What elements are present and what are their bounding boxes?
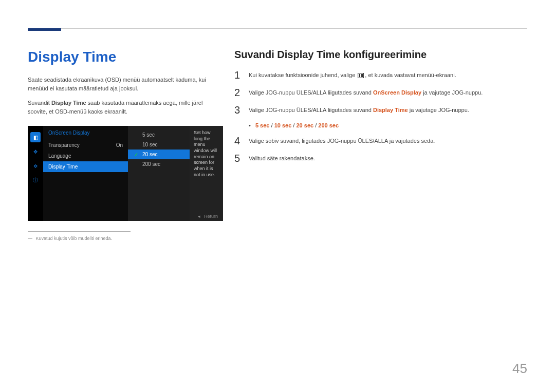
- osd-option-label: 10 sec: [142, 142, 157, 147]
- step-text: Kui kuvatakse funktsioonide juhend, vali…: [249, 70, 456, 80]
- osd-row-value: On: [116, 142, 123, 148]
- page-title: Display Time: [28, 49, 223, 65]
- osd-return-label: Return: [204, 214, 218, 219]
- info-icon: ⓘ: [30, 175, 41, 185]
- step-4: 4 Valige sobiv suvand, liigutades JOG-nu…: [234, 136, 522, 146]
- step-text: Valige sobiv suvand, liigutades JOG-nupp…: [249, 136, 435, 145]
- step-1-post: et kuvada vastavat menüü-ekraani.: [368, 72, 456, 78]
- left-column: Display Time Saate seadistada ekraanikuv…: [28, 49, 223, 241]
- osd-row-label: Language: [48, 153, 71, 159]
- top-divider: [28, 28, 527, 29]
- osd-menu-panel: OnScreen Display Transparency On Languag…: [43, 126, 128, 221]
- step-3-pre: Valige JOG-nuppu ÜLES/ALLA liigutades su…: [249, 107, 373, 113]
- osd-screenshot: ◧ ✥ ✲ ⓘ OnScreen Display Transparency On…: [28, 126, 223, 221]
- opt-5: 5 sec: [255, 122, 270, 128]
- osd-option-10sec: 10 sec: [128, 140, 190, 150]
- step-text: Valitud säte rakendatakse.: [249, 153, 315, 163]
- step-number: 1: [234, 70, 242, 80]
- osd-options-panel: 5 sec 10 sec ✓20 sec 200 sec: [128, 126, 190, 221]
- intro-paragraph-2: Suvandit Display Time saab kasutada määr…: [28, 99, 223, 116]
- gear-icon: ✲: [30, 161, 41, 171]
- osd-icon-rail: ◧ ✥ ✲ ⓘ: [28, 126, 43, 221]
- osd-option-20sec: ✓20 sec: [128, 150, 190, 159]
- step-text: Valige JOG-nuppu ÜLES/ALLA liigutades su…: [249, 105, 469, 115]
- step-number: 3: [234, 105, 242, 115]
- right-column: Suvandi Display Time konfigureerimine 1 …: [234, 49, 522, 171]
- opt-200: 200 sec: [318, 122, 339, 128]
- osd-row-label: Display Time: [48, 164, 78, 170]
- step-number: 4: [234, 136, 242, 146]
- footnote-text: Kuvatud kujutis võib mudeliti erineda.: [36, 236, 113, 241]
- osd-footer: ◂ Return: [198, 214, 218, 219]
- step-2-accent: OnScreen Display: [373, 89, 421, 96]
- intro-paragraph-1: Saate seadistada ekraanikuva (OSD) menüü…: [28, 76, 223, 92]
- step-3-accent: Display Time: [373, 107, 408, 113]
- footnote: ― Kuvatud kujutis võib mudeliti erineda.: [28, 236, 223, 241]
- intro-2-pre: Suvandit: [28, 100, 51, 106]
- osd-option-200sec: 200 sec: [128, 159, 190, 169]
- footnote-divider: [28, 231, 131, 232]
- step-text: Valige JOG-nuppu ÜLES/ALLA liigutades su…: [249, 87, 483, 97]
- steps-list: 1 Kui kuvatakse funktsioonide juhend, va…: [234, 70, 522, 115]
- osd-row-label: Transparency: [48, 142, 80, 148]
- footnote-dash-icon: ―: [28, 236, 32, 241]
- osd-option-label: 5 sec: [142, 132, 155, 138]
- monitor-icon: ◧: [30, 132, 41, 142]
- return-arrow-icon: ◂: [198, 214, 200, 219]
- top-accent-bar: [28, 28, 61, 31]
- step-2: 2 Valige JOG-nuppu ÜLES/ALLA liigutades …: [234, 87, 522, 98]
- menu-icon: [358, 73, 364, 78]
- osd-option-5sec: 5 sec: [128, 130, 190, 140]
- step-2-pre: Valige JOG-nuppu ÜLES/ALLA liigutades su…: [249, 89, 373, 96]
- steps-list-cont: 4 Valige sobiv suvand, liigutades JOG-nu…: [234, 136, 522, 163]
- step-1: 1 Kui kuvatakse funktsioonide juhend, va…: [234, 70, 522, 80]
- osd-option-label: 200 sec: [142, 161, 160, 167]
- move-icon: ✥: [30, 146, 41, 157]
- step-3: 3 Valige JOG-nuppu ÜLES/ALLA liigutades …: [234, 105, 522, 115]
- osd-row-language: Language: [43, 151, 128, 161]
- step-3-post: ja vajutage JOG-nuppu.: [408, 107, 469, 113]
- opt-20: 20 sec: [296, 122, 313, 128]
- step-number: 5: [234, 153, 242, 163]
- osd-menu-header: OnScreen Display: [43, 126, 128, 140]
- intro-2-strong: Display Time: [51, 100, 86, 106]
- step-2-post: ja vajutage JOG-nuppu.: [421, 89, 483, 96]
- bullet-icon: •: [249, 122, 251, 128]
- osd-description: Set how long the menu window will remain…: [190, 126, 223, 221]
- opt-10: 10 sec: [274, 122, 292, 128]
- options-bullet: • 5 sec / 10 sec / 20 sec / 200 sec: [249, 122, 522, 128]
- check-icon: ✓: [134, 152, 139, 157]
- step-number: 2: [234, 87, 242, 98]
- osd-row-transparency: Transparency On: [43, 140, 128, 151]
- section-subtitle: Suvandi Display Time konfigureerimine: [234, 49, 522, 61]
- step-5: 5 Valitud säte rakendatakse.: [234, 153, 522, 163]
- osd-row-displaytime: Display Time: [43, 161, 128, 172]
- step-1-pre: Kui kuvatakse funktsioonide juhend, vali…: [249, 72, 357, 78]
- page-number: 45: [512, 361, 527, 377]
- osd-option-label: 20 sec: [142, 152, 157, 157]
